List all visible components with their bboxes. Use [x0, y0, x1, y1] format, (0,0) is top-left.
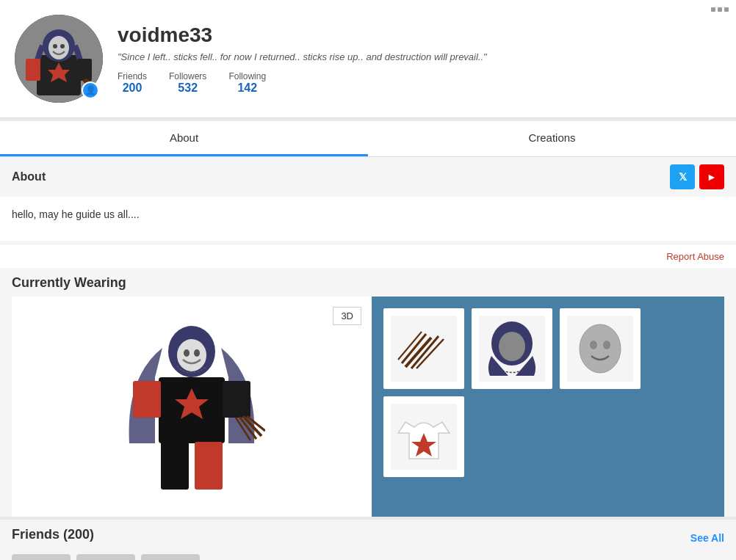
- person-icon: 👤: [85, 85, 96, 95]
- stat-followers: Followers 532: [169, 71, 206, 95]
- dot3: [724, 7, 729, 12]
- profile-info: voidme33 "Since I left.. sticks fell.. f…: [118, 23, 721, 95]
- twitter-icon: 𝕏: [679, 171, 687, 183]
- character-svg: [118, 311, 265, 502]
- currently-wearing-section: Currently Wearing 3D: [0, 268, 736, 517]
- friends-label: Friends: [118, 71, 147, 81]
- profile-stats: Friends 200 Followers 532 Following 142: [118, 71, 721, 95]
- header-dots-menu[interactable]: [711, 7, 729, 12]
- about-content: hello, may he guide us all....: [0, 197, 736, 241]
- grey-mask-icon: [567, 316, 633, 382]
- following-label: Following: [228, 71, 266, 81]
- dot2: [718, 7, 722, 12]
- wearing-character-view: 3D: [12, 297, 372, 517]
- stat-following: Following 142: [228, 71, 266, 95]
- svg-rect-15: [223, 381, 250, 418]
- about-title: About: [12, 170, 46, 183]
- friends-header: Friends (200) See All: [12, 527, 724, 548]
- tab-creations[interactable]: Creations: [368, 121, 736, 156]
- tabs-bar: About Creations: [0, 121, 736, 157]
- online-badge: 👤: [82, 81, 99, 99]
- followers-value[interactable]: 532: [178, 81, 198, 94]
- svg-point-5: [53, 44, 57, 48]
- username: voidme33: [118, 23, 721, 47]
- svg-point-6: [60, 44, 65, 48]
- svg-point-25: [194, 349, 200, 357]
- twitter-button[interactable]: 𝕏: [670, 164, 695, 189]
- friends-list: [12, 548, 724, 560]
- svg-point-34: [499, 332, 525, 361]
- about-header: About 𝕏 ►: [0, 157, 736, 197]
- svg-point-24: [184, 349, 190, 357]
- svg-point-23: [177, 339, 206, 371]
- svg-point-4: [48, 36, 69, 59]
- page-wrapper: 👤 voidme33 "Since I left.. sticks fell..…: [0, 0, 736, 560]
- friend-avatar-3[interactable]: [141, 554, 200, 560]
- svg-rect-20: [161, 442, 189, 490]
- item-stick-claws[interactable]: [383, 308, 464, 389]
- wearing-items-grid: [372, 297, 724, 517]
- friends-section: Friends (200) See All: [0, 520, 736, 560]
- svg-rect-7: [26, 59, 40, 81]
- followers-label: Followers: [169, 71, 206, 81]
- svg-rect-14: [133, 381, 161, 418]
- currently-wearing-title: Currently Wearing: [12, 275, 724, 291]
- svg-point-38: [603, 341, 610, 349]
- stick-claws-icon: [391, 316, 457, 382]
- profile-header: 👤 voidme33 "Since I left.. sticks fell..…: [0, 0, 736, 118]
- item-dark-hood[interactable]: [472, 308, 552, 389]
- see-all-link[interactable]: See All: [690, 532, 724, 544]
- report-bar: Report Abuse: [0, 244, 736, 268]
- svg-rect-8: [77, 59, 92, 81]
- stat-friends: Friends 200: [118, 71, 147, 95]
- about-text: hello, may he guide us all....: [12, 208, 724, 220]
- following-value[interactable]: 142: [237, 81, 257, 94]
- svg-point-37: [590, 341, 597, 349]
- dark-hood-icon: [479, 316, 545, 382]
- youtube-icon: ►: [707, 171, 717, 183]
- svg-rect-21: [195, 442, 223, 490]
- wearing-container: 3D: [12, 297, 724, 517]
- social-icons: 𝕏 ►: [670, 164, 724, 189]
- dot1: [711, 7, 715, 12]
- item-grey-mask[interactable]: [560, 308, 641, 389]
- three-d-button[interactable]: 3D: [333, 307, 361, 325]
- avatar-wrap: 👤: [15, 15, 103, 103]
- friends-title: Friends (200): [12, 527, 94, 542]
- about-section: About 𝕏 ► hello, may he guide us all....…: [0, 157, 736, 268]
- report-abuse-link[interactable]: Report Abuse: [666, 251, 724, 262]
- youtube-button[interactable]: ►: [699, 164, 724, 189]
- svg-rect-26: [391, 316, 457, 382]
- friend-avatar-2[interactable]: [76, 554, 135, 560]
- bio: "Since I left.. sticks fell.. for now I …: [118, 51, 721, 62]
- friends-value[interactable]: 200: [123, 81, 142, 94]
- friend-avatar-1[interactable]: [12, 554, 71, 560]
- tab-about[interactable]: About: [0, 121, 368, 156]
- star-shirt-icon: [391, 404, 457, 470]
- item-star-shirt[interactable]: [383, 396, 464, 477]
